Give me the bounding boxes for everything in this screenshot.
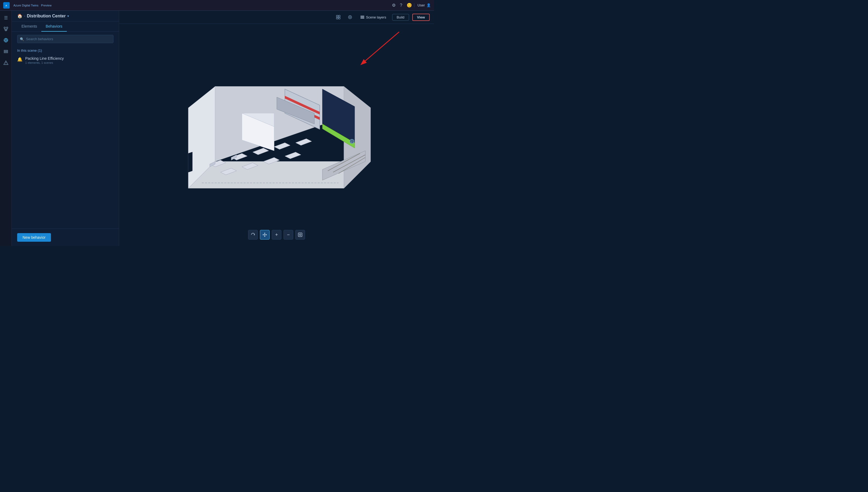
svg-marker-46	[253, 148, 269, 155]
svg-text:A: A	[5, 4, 7, 7]
svg-point-20	[6, 64, 6, 64]
main-layout: ☰	[0, 11, 434, 246]
svg-rect-27	[360, 16, 364, 16]
zoom-in-button[interactable]: +	[272, 230, 281, 240]
tabs: Elements Behaviors	[12, 21, 119, 32]
nav-hamburger[interactable]: ☰	[1, 13, 11, 23]
app-title: Azure Digital Twins Preview	[12, 3, 51, 7]
svg-point-25	[348, 16, 352, 19]
svg-marker-48	[296, 139, 312, 145]
rotate-button[interactable]	[248, 230, 258, 240]
app-logo: A	[3, 2, 10, 8]
nav-icons: ☰	[0, 11, 12, 246]
nav-behaviors[interactable]	[1, 35, 11, 45]
nav-layers[interactable]	[1, 47, 11, 56]
new-behavior-button[interactable]: New behavior	[17, 233, 51, 242]
zoom-in-icon: +	[275, 232, 278, 238]
svg-point-26	[350, 17, 351, 18]
svg-point-59	[350, 139, 354, 143]
toolbar-icon-1[interactable]	[334, 13, 343, 21]
nav-alerts[interactable]	[1, 58, 11, 68]
svg-rect-16	[4, 51, 8, 52]
build-button[interactable]: Build	[392, 14, 409, 21]
left-panel: 🏠 › Distribution Center ▾ Elements Behav…	[12, 11, 119, 246]
toolbar-icon-2[interactable]	[346, 13, 354, 21]
behavior-meta: 1 elements, 1 scenes	[25, 61, 64, 64]
search-box: 🔍	[17, 35, 114, 43]
search-icon: 🔍	[20, 37, 24, 41]
svg-rect-65	[298, 233, 302, 237]
scene-layers-label: Scene layers	[366, 15, 386, 19]
user-icon: 👤	[426, 3, 431, 7]
profile-icon[interactable]: 😊	[407, 3, 412, 8]
home-icon[interactable]: 🏠	[17, 14, 23, 19]
svg-rect-21	[336, 15, 338, 17]
tab-behaviors[interactable]: Behaviors	[41, 21, 67, 32]
breadcrumb-chevron: ›	[24, 14, 25, 18]
topbar-icons: ⚙ ? 😊	[392, 3, 412, 8]
scene-layers-button[interactable]: Scene layers	[357, 14, 389, 20]
scene-dropdown-icon[interactable]: ▾	[67, 14, 69, 18]
behavior-name: Packing Line Efficiency	[25, 56, 64, 60]
svg-text:i: i	[351, 141, 352, 143]
user-label: User	[418, 3, 425, 7]
svg-rect-29	[360, 18, 364, 19]
building-3d: i	[162, 59, 371, 211]
tab-elements[interactable]: Elements	[17, 21, 41, 32]
move-button[interactable]	[260, 230, 269, 240]
canvas-area: Scene layers Build View	[119, 11, 434, 246]
svg-rect-22	[338, 15, 340, 17]
svg-rect-2	[4, 27, 5, 28]
svg-marker-52	[285, 152, 301, 158]
scene-container: i	[119, 24, 434, 246]
svg-marker-57	[188, 152, 192, 172]
help-icon[interactable]: ?	[400, 3, 402, 8]
settings-icon[interactable]: ⚙	[392, 3, 396, 8]
svg-rect-23	[336, 18, 338, 19]
nav-hierarchy[interactable]	[1, 24, 11, 34]
behaviors-list: 🔔 Packing Line Efficiency 1 elements, 1 …	[12, 54, 119, 67]
svg-point-66	[299, 234, 301, 236]
view-button[interactable]: View	[412, 14, 430, 21]
bottom-bar: New behavior	[12, 228, 119, 246]
reset-view-button[interactable]	[295, 230, 305, 240]
user-menu[interactable]: User 👤	[414, 3, 431, 7]
zoom-out-button[interactable]: −	[283, 230, 293, 240]
section-label: In this scene (1)	[12, 46, 119, 54]
svg-point-10	[5, 40, 7, 41]
breadcrumb: 🏠 › Distribution Center ▾	[12, 11, 119, 21]
zoom-out-icon: −	[287, 232, 290, 238]
svg-rect-15	[4, 50, 8, 51]
svg-rect-24	[338, 18, 340, 19]
list-item[interactable]: 🔔 Packing Line Efficiency 1 elements, 1 …	[12, 54, 119, 67]
svg-line-62	[361, 32, 399, 64]
topbar: A Azure Digital Twins Preview ⚙ ? 😊 User…	[0, 0, 434, 11]
svg-marker-47	[274, 143, 290, 149]
svg-rect-3	[6, 27, 8, 28]
behavior-bell-icon: 🔔	[17, 57, 23, 62]
bottom-controls: + −	[248, 230, 305, 240]
canvas-toolbar: Scene layers Build View	[119, 11, 434, 24]
svg-rect-28	[360, 17, 364, 18]
svg-rect-17	[4, 52, 8, 53]
search-input[interactable]	[17, 35, 114, 43]
scene-name[interactable]: Distribution Center	[27, 14, 66, 19]
